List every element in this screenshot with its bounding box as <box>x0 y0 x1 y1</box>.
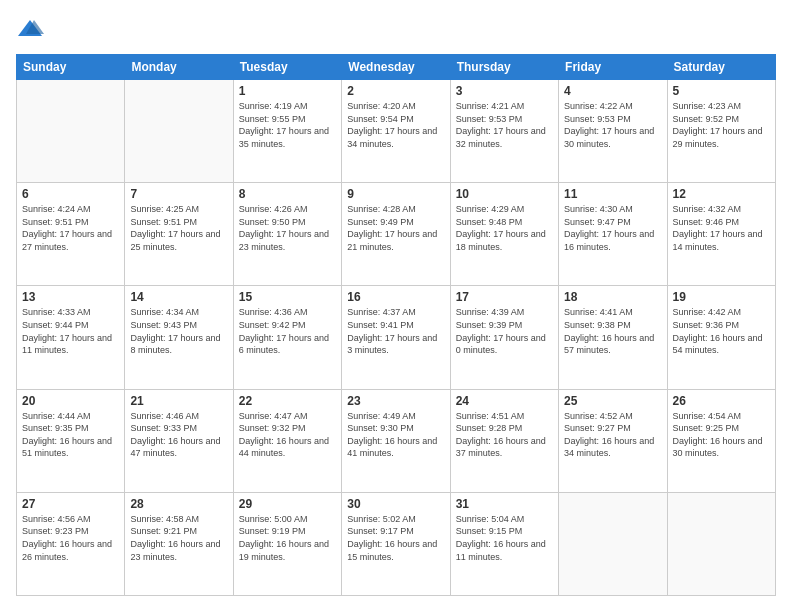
day-info: Sunrise: 4:47 AM Sunset: 9:32 PM Dayligh… <box>239 410 336 460</box>
day-number: 29 <box>239 497 336 511</box>
calendar-week-row: 6Sunrise: 4:24 AM Sunset: 9:51 PM Daylig… <box>17 183 776 286</box>
day-number: 21 <box>130 394 227 408</box>
calendar-week-row: 20Sunrise: 4:44 AM Sunset: 9:35 PM Dayli… <box>17 389 776 492</box>
day-number: 10 <box>456 187 553 201</box>
calendar-cell: 17Sunrise: 4:39 AM Sunset: 9:39 PM Dayli… <box>450 286 558 389</box>
day-info: Sunrise: 4:56 AM Sunset: 9:23 PM Dayligh… <box>22 513 119 563</box>
day-number: 8 <box>239 187 336 201</box>
day-info: Sunrise: 4:36 AM Sunset: 9:42 PM Dayligh… <box>239 306 336 356</box>
calendar-cell: 20Sunrise: 4:44 AM Sunset: 9:35 PM Dayli… <box>17 389 125 492</box>
calendar-cell: 2Sunrise: 4:20 AM Sunset: 9:54 PM Daylig… <box>342 80 450 183</box>
day-info: Sunrise: 4:34 AM Sunset: 9:43 PM Dayligh… <box>130 306 227 356</box>
day-info: Sunrise: 4:49 AM Sunset: 9:30 PM Dayligh… <box>347 410 444 460</box>
day-info: Sunrise: 4:19 AM Sunset: 9:55 PM Dayligh… <box>239 100 336 150</box>
day-number: 1 <box>239 84 336 98</box>
calendar-day-header: Friday <box>559 55 667 80</box>
day-number: 6 <box>22 187 119 201</box>
day-info: Sunrise: 4:28 AM Sunset: 9:49 PM Dayligh… <box>347 203 444 253</box>
logo <box>16 16 48 44</box>
calendar-header-row: SundayMondayTuesdayWednesdayThursdayFrid… <box>17 55 776 80</box>
calendar-cell: 1Sunrise: 4:19 AM Sunset: 9:55 PM Daylig… <box>233 80 341 183</box>
calendar-cell <box>125 80 233 183</box>
day-number: 14 <box>130 290 227 304</box>
day-info: Sunrise: 5:02 AM Sunset: 9:17 PM Dayligh… <box>347 513 444 563</box>
day-info: Sunrise: 4:44 AM Sunset: 9:35 PM Dayligh… <box>22 410 119 460</box>
calendar-cell: 16Sunrise: 4:37 AM Sunset: 9:41 PM Dayli… <box>342 286 450 389</box>
calendar-cell: 30Sunrise: 5:02 AM Sunset: 9:17 PM Dayli… <box>342 492 450 595</box>
calendar-cell: 14Sunrise: 4:34 AM Sunset: 9:43 PM Dayli… <box>125 286 233 389</box>
day-number: 20 <box>22 394 119 408</box>
calendar-cell <box>17 80 125 183</box>
calendar-cell: 4Sunrise: 4:22 AM Sunset: 9:53 PM Daylig… <box>559 80 667 183</box>
calendar-cell <box>559 492 667 595</box>
calendar-day-header: Tuesday <box>233 55 341 80</box>
calendar-day-header: Monday <box>125 55 233 80</box>
day-number: 25 <box>564 394 661 408</box>
day-number: 5 <box>673 84 770 98</box>
calendar-cell: 8Sunrise: 4:26 AM Sunset: 9:50 PM Daylig… <box>233 183 341 286</box>
calendar-cell: 29Sunrise: 5:00 AM Sunset: 9:19 PM Dayli… <box>233 492 341 595</box>
calendar-cell: 5Sunrise: 4:23 AM Sunset: 9:52 PM Daylig… <box>667 80 775 183</box>
calendar-week-row: 27Sunrise: 4:56 AM Sunset: 9:23 PM Dayli… <box>17 492 776 595</box>
day-number: 16 <box>347 290 444 304</box>
day-info: Sunrise: 4:39 AM Sunset: 9:39 PM Dayligh… <box>456 306 553 356</box>
day-info: Sunrise: 4:26 AM Sunset: 9:50 PM Dayligh… <box>239 203 336 253</box>
calendar-cell: 18Sunrise: 4:41 AM Sunset: 9:38 PM Dayli… <box>559 286 667 389</box>
day-number: 23 <box>347 394 444 408</box>
day-info: Sunrise: 4:30 AM Sunset: 9:47 PM Dayligh… <box>564 203 661 253</box>
day-number: 31 <box>456 497 553 511</box>
day-number: 17 <box>456 290 553 304</box>
day-number: 19 <box>673 290 770 304</box>
day-info: Sunrise: 4:20 AM Sunset: 9:54 PM Dayligh… <box>347 100 444 150</box>
day-info: Sunrise: 5:00 AM Sunset: 9:19 PM Dayligh… <box>239 513 336 563</box>
day-info: Sunrise: 4:58 AM Sunset: 9:21 PM Dayligh… <box>130 513 227 563</box>
calendar-table: SundayMondayTuesdayWednesdayThursdayFrid… <box>16 54 776 596</box>
page: SundayMondayTuesdayWednesdayThursdayFrid… <box>0 0 792 612</box>
calendar-day-header: Saturday <box>667 55 775 80</box>
day-info: Sunrise: 5:04 AM Sunset: 9:15 PM Dayligh… <box>456 513 553 563</box>
calendar-day-header: Sunday <box>17 55 125 80</box>
calendar-cell: 7Sunrise: 4:25 AM Sunset: 9:51 PM Daylig… <box>125 183 233 286</box>
day-info: Sunrise: 4:54 AM Sunset: 9:25 PM Dayligh… <box>673 410 770 460</box>
day-info: Sunrise: 4:51 AM Sunset: 9:28 PM Dayligh… <box>456 410 553 460</box>
calendar-cell: 11Sunrise: 4:30 AM Sunset: 9:47 PM Dayli… <box>559 183 667 286</box>
day-number: 2 <box>347 84 444 98</box>
day-number: 15 <box>239 290 336 304</box>
day-info: Sunrise: 4:25 AM Sunset: 9:51 PM Dayligh… <box>130 203 227 253</box>
day-info: Sunrise: 4:32 AM Sunset: 9:46 PM Dayligh… <box>673 203 770 253</box>
logo-icon <box>16 16 44 44</box>
day-number: 30 <box>347 497 444 511</box>
day-number: 11 <box>564 187 661 201</box>
calendar-cell: 25Sunrise: 4:52 AM Sunset: 9:27 PM Dayli… <box>559 389 667 492</box>
calendar-cell: 9Sunrise: 4:28 AM Sunset: 9:49 PM Daylig… <box>342 183 450 286</box>
day-number: 27 <box>22 497 119 511</box>
day-number: 3 <box>456 84 553 98</box>
calendar-cell: 22Sunrise: 4:47 AM Sunset: 9:32 PM Dayli… <box>233 389 341 492</box>
calendar-cell: 31Sunrise: 5:04 AM Sunset: 9:15 PM Dayli… <box>450 492 558 595</box>
day-info: Sunrise: 4:41 AM Sunset: 9:38 PM Dayligh… <box>564 306 661 356</box>
day-number: 7 <box>130 187 227 201</box>
day-info: Sunrise: 4:22 AM Sunset: 9:53 PM Dayligh… <box>564 100 661 150</box>
calendar-day-header: Thursday <box>450 55 558 80</box>
day-number: 9 <box>347 187 444 201</box>
calendar-cell: 28Sunrise: 4:58 AM Sunset: 9:21 PM Dayli… <box>125 492 233 595</box>
day-number: 18 <box>564 290 661 304</box>
day-number: 26 <box>673 394 770 408</box>
calendar-cell: 13Sunrise: 4:33 AM Sunset: 9:44 PM Dayli… <box>17 286 125 389</box>
day-info: Sunrise: 4:23 AM Sunset: 9:52 PM Dayligh… <box>673 100 770 150</box>
calendar-cell: 23Sunrise: 4:49 AM Sunset: 9:30 PM Dayli… <box>342 389 450 492</box>
calendar-cell: 15Sunrise: 4:36 AM Sunset: 9:42 PM Dayli… <box>233 286 341 389</box>
calendar-cell: 27Sunrise: 4:56 AM Sunset: 9:23 PM Dayli… <box>17 492 125 595</box>
day-number: 22 <box>239 394 336 408</box>
day-info: Sunrise: 4:42 AM Sunset: 9:36 PM Dayligh… <box>673 306 770 356</box>
day-info: Sunrise: 4:52 AM Sunset: 9:27 PM Dayligh… <box>564 410 661 460</box>
calendar-day-header: Wednesday <box>342 55 450 80</box>
day-number: 4 <box>564 84 661 98</box>
day-number: 13 <box>22 290 119 304</box>
calendar-cell: 19Sunrise: 4:42 AM Sunset: 9:36 PM Dayli… <box>667 286 775 389</box>
calendar-cell <box>667 492 775 595</box>
calendar-week-row: 13Sunrise: 4:33 AM Sunset: 9:44 PM Dayli… <box>17 286 776 389</box>
calendar-cell: 26Sunrise: 4:54 AM Sunset: 9:25 PM Dayli… <box>667 389 775 492</box>
day-info: Sunrise: 4:37 AM Sunset: 9:41 PM Dayligh… <box>347 306 444 356</box>
calendar-cell: 10Sunrise: 4:29 AM Sunset: 9:48 PM Dayli… <box>450 183 558 286</box>
